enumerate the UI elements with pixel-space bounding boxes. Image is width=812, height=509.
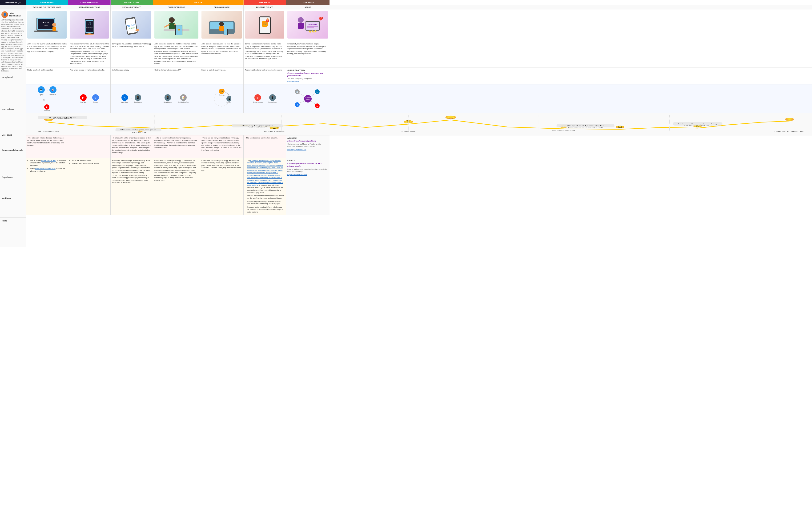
ug-installation: Install the app quickly. — [111, 67, 153, 84]
idea-awareness: 80% of people dislike pre-roll ads. To e… — [26, 158, 68, 215]
push-notifications-link[interactable]: • Try push notifications to improve user… — [247, 160, 283, 186]
storyboard-cell-installation: App Store ↓ INSTALL — [111, 9, 153, 41]
pc-consideration: ▶ YouTube → G Google — [68, 84, 111, 113]
ug-uxpressia-link[interactable]: uxpressia.com — [287, 80, 328, 83]
phase-header-uxpressia: UXPRESSIA — [286, 0, 330, 5]
ug-deletion: Remove distractions while preparing for … — [244, 67, 286, 84]
pc-regular: 📻 Radio app 📱 Smartphone — [200, 84, 244, 113]
svg-rect-44 — [298, 23, 304, 29]
ideas-row: 80% of people dislike pre-roll ads. To e… — [26, 158, 812, 215]
sub-usage: FIRST EXPERIENCE — [153, 5, 200, 9]
svg-text:boredom: boredom — [132, 132, 149, 133]
phase-header-consideration: CONSIDERATION — [68, 0, 111, 5]
label-youtube-aw: YouTube — [44, 110, 50, 111]
svg-point-6 — [52, 23, 56, 27]
svg-text:podcasts and everything: podcasts and everything — [568, 127, 603, 128]
idea-ux-link[interactable]: uxpressia.events/miro-us — [287, 173, 328, 176]
prob-ux-link[interactable]: academy.uxpressia.com — [287, 148, 328, 151]
persona-description: John is a high school student who likes … — [1, 19, 24, 72]
svg-text:a fresh sound: a fresh sound — [53, 118, 72, 119]
content-area: ▶ PLAY GAME — [26, 9, 812, 247]
idea-del-3: Regularly update the app with new featur… — [247, 200, 284, 205]
sidebar-storyboard: Storyboard — [0, 74, 26, 106]
svg-text:📱: 📱 — [228, 97, 231, 100]
svg-point-43 — [298, 17, 304, 23]
idea-aw-link[interactable]: dislike pre-roll ads — [41, 160, 56, 162]
svg-text:contentment: contentment — [552, 130, 575, 132]
icon-google-cons: G — [92, 94, 99, 101]
label-onlinead: Online ad — [50, 94, 56, 96]
svg-line-70 — [311, 101, 315, 104]
storyboard-cell-awareness: ▶ PLAY GAME — [26, 9, 68, 41]
idea-ux-title: EVENTS — [287, 160, 328, 162]
icon-smartphone-usage: 📱 — [164, 94, 171, 101]
svg-rect-33 — [223, 23, 224, 25]
ug-regular: Listen to radio through the app. — [200, 67, 244, 84]
svg-text:😄: 😄 — [445, 115, 457, 120]
personas-title: PERSONAS (1) — [0, 0, 26, 5]
label-appstore: App Store — [121, 101, 128, 103]
ug-uxpressia-detail: 70+ free, ready-to-go templates. — [287, 77, 328, 80]
persona-section: 👤 John, Melomaniac John is a high school… — [0, 9, 26, 74]
sub-deletion: DELETING THE APP — [244, 5, 286, 9]
pc-deletion: 🗑 Delete the app → 📱 Smartphone — [244, 84, 286, 113]
svg-rect-2 — [38, 19, 54, 29]
storyboard-cell-regular — [200, 9, 244, 41]
sidebar-problems: Problems — [0, 195, 26, 218]
svg-text:There's quite pre-roll pain: There's quite pre-roll pain — [120, 129, 156, 131]
pc-installation: A App Store → 📱 Smartphone — [111, 84, 153, 113]
pc-uxpressia: UXPressia platform in f — [286, 84, 330, 113]
storyboard-cell-deletion: 📻 ✕ — [244, 9, 286, 41]
ug-uxpressia-subtitle: Journey mapping, impact mapping, and per… — [287, 72, 328, 77]
ua-deletion: John's exams are coming in one month. He… — [244, 41, 286, 67]
ug-usage: Getting started with the app ASAP. — [153, 67, 200, 84]
storyboard-row: ▶ PLAY GAME — [26, 9, 812, 41]
svg-text:Radio app: Radio app — [219, 94, 224, 96]
label-laptop: Laptop — [39, 94, 43, 96]
svg-text:in: in — [316, 91, 318, 93]
svg-line-67 — [299, 101, 305, 103]
user-actions-row: John opens his favorite YouTube channel … — [26, 41, 812, 67]
icon-delete: 🗑 — [254, 94, 261, 101]
prob-uxpressia: ACADEMY Interactive educational platform… — [286, 135, 330, 158]
ug-uxpressia: ONLINE PLATFORM Journey mapping, impact … — [286, 67, 330, 84]
svg-text:Smartphone: Smartphone — [226, 101, 231, 103]
process-channels-row: 💻 Laptop → 📢 Online ad — [26, 84, 812, 113]
idea-aw-2: Follow — [30, 167, 35, 170]
svg-text:annoyance: annoyance — [264, 131, 285, 132]
sidebar-user-goals: User goals — [0, 132, 26, 147]
icon-onlinead: 📢 — [50, 86, 57, 93]
svg-text:UXPressia: UXPressia — [308, 24, 317, 25]
svg-text:❤️: ❤️ — [318, 16, 323, 21]
phase-header-installation: INSTALLATION — [111, 0, 153, 5]
sub-awareness: WATCHING THE YOUTUBE VIDEO — [26, 5, 68, 9]
svg-line-64 — [311, 93, 315, 96]
idea-aw-link2[interactable]: pre-roll ads best practices — [35, 167, 56, 170]
sidebar-user-actions: User actions — [0, 106, 26, 132]
svg-rect-35 — [224, 29, 227, 35]
idea-deletion: Try • Try push notifications to improve … — [244, 158, 286, 215]
svg-text:find that app?: find that app? — [248, 127, 267, 128]
prob-installation: • It takes John a little longer than exp… — [111, 135, 153, 158]
idea-del-push-label: Try — [247, 160, 250, 162]
svg-text:😊: 😊 — [784, 118, 795, 121]
idea-ux-subtitle: Community meetups & events for HCD-minde… — [287, 163, 328, 167]
avatar: 👤 — [1, 11, 8, 18]
experience-chart-cell: 😊 anticipation 😐 boredom 😒 annoyance 🤔 i… — [26, 113, 812, 135]
svg-text:▶ PLAY: ▶ PLAY — [42, 22, 49, 24]
problems-row: • The ad nearly irritates John as it's t… — [26, 135, 812, 158]
sub-consideration: RESEARCHING OPTIONS — [68, 5, 111, 9]
icon-smartphone-inst: 📱 — [135, 94, 141, 101]
idea-del-4: Integrate social media platforms into th… — [247, 206, 284, 213]
idea-con-2: A/B test your ad for optimal results. — [72, 163, 109, 165]
svg-rect-48 — [307, 26, 318, 27]
svg-text:happy mapping!: happy mapping! — [774, 131, 805, 132]
label-smartphone-del: Smartphone — [268, 101, 277, 103]
icon-youtube-cons: ▶ — [80, 94, 87, 101]
label-yt-cons: YouTube — [80, 101, 86, 103]
prob-ux-subtitle: Interactive educational platform — [287, 140, 328, 142]
idea-usage: • Add more functionality to the app. To … — [153, 158, 200, 215]
icon-appstore: A — [121, 94, 128, 101]
svg-text:f: f — [297, 104, 298, 106]
idea-consideration: Make the ad memorable. A/B test your ad … — [68, 158, 111, 215]
